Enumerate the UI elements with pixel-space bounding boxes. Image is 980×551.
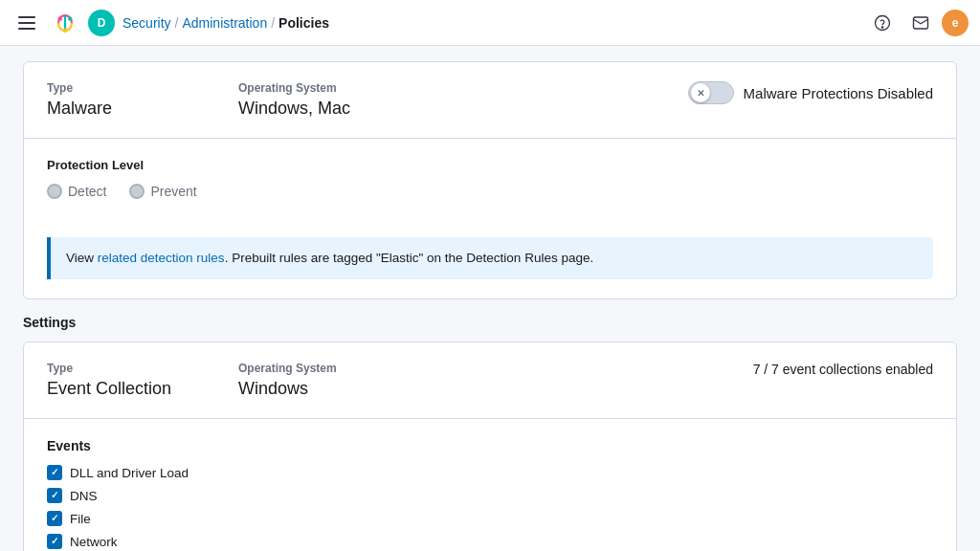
event-type-label: Type [47, 362, 238, 375]
checkbox-item[interactable]: ✓ DLL and Driver Load [47, 465, 933, 480]
type-value: Malware [47, 99, 238, 119]
hamburger-button[interactable] [11, 8, 42, 38]
events-section: Events ✓ DLL and Driver Load ✓ DNS ✓ Fil… [24, 419, 956, 551]
malware-card-top: Type Malware Operating System Windows, M… [24, 62, 956, 138]
checkbox-list: ✓ DLL and Driver Load ✓ DNS ✓ File ✓ Net… [47, 465, 933, 551]
detection-rules-link[interactable]: related detection rules [98, 251, 225, 265]
toggle-thumb: ✕ [691, 83, 710, 102]
os-column: Operating System Windows, Mac [238, 81, 688, 119]
checkbox-label: DLL and Driver Load [70, 466, 189, 480]
svg-point-1 [58, 16, 62, 20]
type-os-row: Type Malware Operating System Windows, M… [47, 81, 933, 119]
mail-button[interactable] [903, 6, 938, 40]
os-value: Windows, Mac [238, 99, 688, 119]
hamburger-icon [18, 16, 35, 18]
user-avatar[interactable]: e [942, 10, 969, 36]
checkbox-item[interactable]: ✓ File [47, 511, 933, 526]
os-label: Operating System [238, 81, 688, 95]
checkbox-label: DNS [70, 489, 98, 503]
checkbox-checked: ✓ [47, 488, 62, 503]
info-box: View related detection rules. Prebuilt r… [47, 237, 933, 279]
svg-point-5 [881, 26, 882, 27]
event-type-column: Type Event Collection [47, 362, 238, 399]
app-header: D Security / Administration / Policies e [0, 0, 980, 46]
checkbox-checked: ✓ [47, 534, 62, 549]
event-type-value: Event Collection [47, 379, 238, 399]
detect-radio-circle [47, 184, 62, 199]
events-label: Events [47, 438, 933, 453]
checkbox-item[interactable]: ✓ Network [47, 534, 933, 549]
breadcrumb-security[interactable]: Security [122, 15, 171, 31]
event-collection-card: Type Event Collection Operating System W… [23, 342, 957, 551]
event-type-os-row: Type Event Collection Operating System W… [47, 362, 933, 399]
toggle-status-col: ✕ Malware Protections Disabled [688, 81, 933, 104]
type-column: Type Malware [47, 81, 238, 119]
checkmark-icon: ✓ [51, 514, 58, 523]
event-os-value: Windows [238, 379, 753, 399]
event-os-column: Operating System Windows [238, 362, 753, 399]
breadcrumb: Security / Administration / Policies [122, 15, 858, 31]
malware-card: Type Malware Operating System Windows, M… [23, 61, 957, 299]
breadcrumb-current: Policies [278, 15, 329, 31]
prevent-radio[interactable]: Prevent [129, 184, 196, 199]
protection-label: Protection Level [47, 158, 933, 172]
app-logo [50, 8, 80, 38]
type-label: Type [47, 81, 238, 95]
info-text-before: View [66, 251, 98, 265]
checkbox-checked: ✓ [47, 465, 62, 480]
event-collection-top: Type Event Collection Operating System W… [24, 342, 956, 418]
collections-count: 7 / 7 event collections enabled [753, 362, 933, 377]
checkbox-label: Network [70, 535, 118, 549]
prevent-radio-label: Prevent [150, 184, 196, 199]
checkmark-icon: ✓ [51, 468, 58, 477]
checkbox-checked: ✓ [47, 511, 62, 526]
hamburger-icon [18, 28, 35, 30]
prevent-radio-circle [129, 184, 145, 199]
checkmark-icon: ✓ [51, 491, 58, 500]
checkbox-item[interactable]: ✓ DNS [47, 488, 933, 503]
info-text-after: . Prebuilt rules are tagged "Elastic" on… [225, 251, 594, 265]
toggle-status-text: Malware Protections Disabled [744, 85, 933, 101]
breadcrumb-sep-1: / [175, 15, 179, 31]
breadcrumb-administration[interactable]: Administration [182, 15, 267, 31]
malware-toggle[interactable]: ✕ [688, 81, 734, 104]
svg-point-2 [68, 16, 72, 20]
hamburger-icon [18, 22, 35, 24]
detect-radio[interactable]: Detect [47, 184, 106, 199]
radio-group: Detect Prevent [47, 184, 933, 199]
event-os-label: Operating System [238, 362, 753, 375]
protection-section: Protection Level Detect Prevent [24, 139, 956, 218]
detect-radio-label: Detect [68, 184, 106, 199]
info-section: View related detection rules. Prebuilt r… [24, 218, 956, 298]
main-content: Type Malware Operating System Windows, M… [0, 46, 980, 551]
svg-point-3 [63, 28, 67, 32]
settings-heading: Settings [23, 315, 957, 330]
toggle-track[interactable]: ✕ [688, 81, 734, 104]
checkbox-label: File [70, 512, 91, 526]
breadcrumb-sep-2: / [271, 15, 275, 31]
toggle-x-icon: ✕ [697, 88, 704, 99]
checkmark-icon: ✓ [51, 537, 58, 546]
nav-avatar-d[interactable]: D [88, 10, 115, 36]
header-actions: e [865, 6, 969, 40]
help-button[interactable] [865, 6, 900, 40]
